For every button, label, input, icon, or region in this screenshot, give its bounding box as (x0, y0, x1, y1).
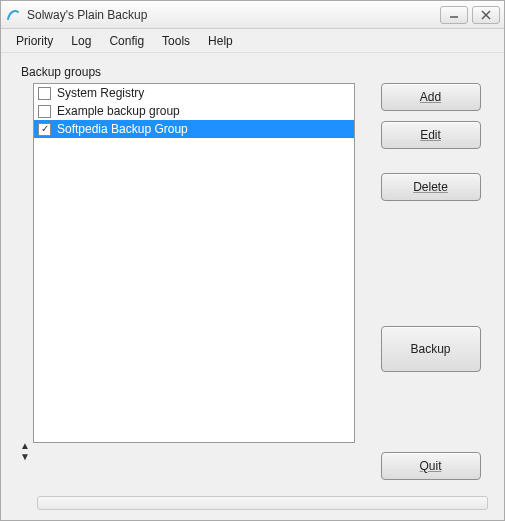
button-label: Add (420, 90, 441, 104)
backup-groups-list[interactable]: System Registry Example backup group ✓ S… (33, 83, 355, 443)
menubar: Priority Log Config Tools Help (1, 29, 504, 53)
main-row: ▲ ▼ System Registry Example backup group… (17, 83, 488, 480)
menu-priority[interactable]: Priority (7, 32, 62, 50)
button-label: Delete (413, 180, 448, 194)
menu-config[interactable]: Config (100, 32, 153, 50)
reorder-arrows: ▲ ▼ (17, 83, 33, 480)
move-up-icon[interactable]: ▲ (20, 440, 30, 451)
list-item[interactable]: Example backup group (34, 102, 354, 120)
button-label: Backup (410, 342, 450, 356)
delete-button[interactable]: Delete (381, 173, 481, 201)
menu-log[interactable]: Log (62, 32, 100, 50)
content-area: Backup groups ▲ ▼ System Registry Exampl… (1, 53, 504, 490)
list-item-label: Softpedia Backup Group (57, 122, 188, 136)
close-button[interactable] (472, 6, 500, 24)
button-label: Quit (419, 459, 441, 473)
list-item[interactable]: ✓ Softpedia Backup Group (34, 120, 354, 138)
app-icon (5, 7, 21, 23)
checkbox-icon[interactable] (38, 105, 51, 118)
quit-button[interactable]: Quit (381, 452, 481, 480)
menu-help[interactable]: Help (199, 32, 242, 50)
window-title: Solway's Plain Backup (27, 8, 436, 22)
list-item[interactable]: System Registry (34, 84, 354, 102)
titlebar: Solway's Plain Backup (1, 1, 504, 29)
move-down-icon[interactable]: ▼ (20, 451, 30, 462)
list-item-label: System Registry (57, 86, 144, 100)
add-button[interactable]: Add (381, 83, 481, 111)
minimize-button[interactable] (440, 6, 468, 24)
list-item-label: Example backup group (57, 104, 180, 118)
checkbox-icon[interactable] (38, 87, 51, 100)
button-column: Add Edit Delete Backup (355, 83, 488, 480)
button-label: Edit (420, 128, 441, 142)
app-window: Solway's Plain Backup Priority Log Confi… (0, 0, 505, 521)
group-label: Backup groups (21, 65, 488, 79)
edit-button[interactable]: Edit (381, 121, 481, 149)
status-bar (37, 496, 488, 510)
checkbox-icon[interactable]: ✓ (38, 123, 51, 136)
menu-tools[interactable]: Tools (153, 32, 199, 50)
backup-button[interactable]: Backup (381, 326, 481, 372)
list-wrap: ▲ ▼ System Registry Example backup group… (17, 83, 355, 480)
